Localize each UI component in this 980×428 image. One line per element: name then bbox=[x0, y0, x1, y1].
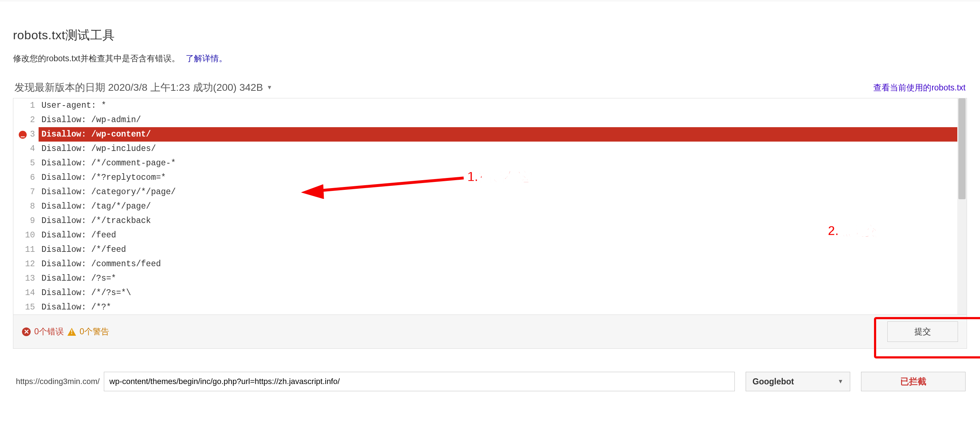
bot-select[interactable]: Googlebot ▼ bbox=[746, 372, 850, 391]
line-number: 3 bbox=[13, 127, 38, 141]
submit-button[interactable]: 提交 bbox=[887, 321, 958, 342]
warning-count-label: 0个警告 bbox=[80, 326, 109, 337]
line-number: 9 bbox=[13, 214, 38, 228]
url-path-input[interactable] bbox=[104, 372, 735, 391]
line-number: 2 bbox=[13, 113, 38, 127]
bot-select-label: Googlebot bbox=[752, 377, 794, 387]
test-result-button[interactable]: 已拦截 bbox=[861, 372, 966, 391]
line-number: 13 bbox=[13, 271, 38, 286]
caret-down-icon: ▼ bbox=[838, 378, 843, 385]
editor-line[interactable]: Disallow: /wp-admin/ bbox=[38, 113, 967, 127]
line-number: 5 bbox=[13, 156, 38, 170]
editor-line[interactable]: Disallow: /*/trackback bbox=[38, 214, 967, 228]
editor-line[interactable]: Disallow: /category/*/page/ bbox=[38, 185, 967, 199]
editor-line[interactable]: Disallow: /feed bbox=[38, 228, 967, 243]
page-title: robots.txt测试工具 bbox=[13, 27, 967, 44]
line-number: 15 bbox=[13, 300, 38, 314]
scrollbar-vertical[interactable] bbox=[957, 98, 967, 314]
editor-line[interactable]: Disallow: /tag/*/page/ bbox=[38, 199, 967, 214]
chevron-down-icon: ▼ bbox=[266, 84, 272, 91]
line-number: 11 bbox=[13, 243, 38, 257]
url-test-group: https://coding3min.com/ bbox=[14, 372, 735, 391]
line-number: 10 bbox=[13, 228, 38, 243]
warning-icon bbox=[67, 328, 76, 336]
line-number: 12 bbox=[13, 257, 38, 271]
scrollbar-thumb[interactable] bbox=[958, 98, 966, 199]
line-number: 6 bbox=[13, 170, 38, 185]
editor-line[interactable]: User-agent: * bbox=[38, 98, 967, 113]
error-icon: ✕ bbox=[22, 328, 31, 336]
editor-line[interactable]: Disallow: /*/feed bbox=[38, 243, 967, 257]
line-number: 8 bbox=[13, 199, 38, 214]
line-number: 1 bbox=[13, 98, 38, 113]
line-number: 7 bbox=[13, 185, 38, 199]
learn-more-link[interactable]: 了解详情。 bbox=[186, 54, 227, 63]
editor-line[interactable]: Disallow: /*?replytocom=* bbox=[38, 170, 967, 185]
view-current-robots-link[interactable]: 查看当前使用的robots.txt bbox=[873, 82, 966, 93]
line-number: 14 bbox=[13, 286, 38, 300]
robots-editor[interactable]: 123456789101112131415 User-agent: *Disal… bbox=[13, 98, 967, 315]
url-prefix-label: https://coding3min.com/ bbox=[14, 372, 104, 391]
editor-line[interactable]: Disallow: /*/comment-page-* bbox=[38, 156, 967, 170]
line-number: 4 bbox=[13, 141, 38, 156]
editor-line[interactable]: Disallow: /*/?s=*\ bbox=[38, 286, 967, 300]
editor-footer: ✕ 0个错误 0个警告 提交 bbox=[13, 314, 967, 349]
status-dropdown[interactable]: 发现最新版本的日期 2020/3/8 上午1:23 成功(200) 342B ▼ bbox=[14, 81, 272, 94]
editor-line[interactable]: Disallow: /wp-includes/ bbox=[38, 141, 967, 156]
editor-line[interactable]: Disallow: /comments/feed bbox=[38, 257, 967, 271]
editor-line[interactable]: Disallow: /wp-content/ bbox=[38, 127, 967, 141]
editor-line[interactable]: Disallow: /*?* bbox=[38, 300, 967, 314]
subtitle-text: 修改您的robots.txt并检查其中是否含有错误。 bbox=[13, 54, 180, 63]
editor-line[interactable]: Disallow: /?s=* bbox=[38, 271, 967, 286]
subtitle-row: 修改您的robots.txt并检查其中是否含有错误。 了解详情。 bbox=[13, 53, 967, 64]
status-text-label: 发现最新版本的日期 2020/3/8 上午1:23 成功(200) 342B bbox=[14, 81, 263, 94]
error-count-label: 0个错误 bbox=[34, 326, 64, 337]
